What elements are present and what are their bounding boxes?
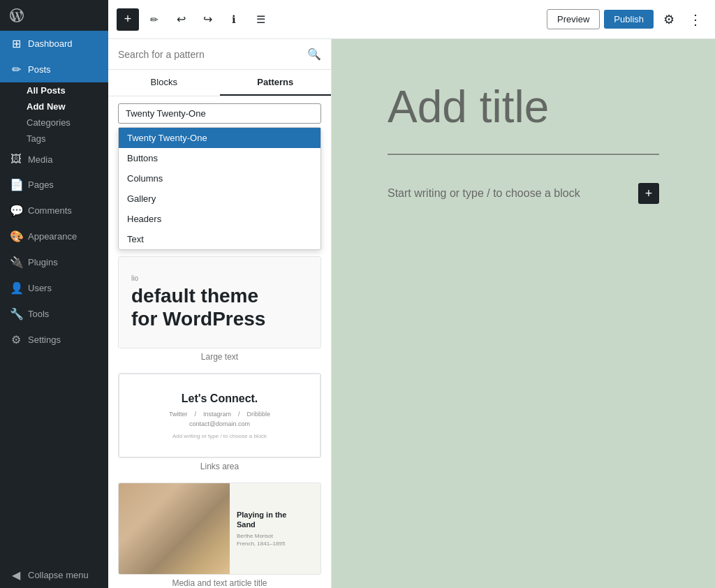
media-text: Playing in theSand Berthe MorisotFrench,… [230,483,320,574]
media-icon: 🖼 [10,153,22,166]
media-title: Playing in theSand [237,510,314,530]
tools-icon: 🔧 [10,307,22,321]
pattern-thumbnail-links[interactable]: Let's Connect. Twitter / Instagram / Dri… [118,373,321,458]
sidebar-item-label: Plugins [28,257,58,267]
sidebar-item-label: Comments [28,205,72,216]
main-area: + ✏ ↩ ↪ ℹ ☰ Preview Publish ⚙ ⋮ 🔍 Blocks… [108,0,715,588]
publish-button[interactable]: Publish [604,10,654,29]
pattern-list: lio default themefor WordPress Large tex… [108,256,331,588]
undo-button[interactable]: ↩ [170,8,192,31]
wordpress-logo[interactable] [0,0,108,31]
list-item: lio default themefor WordPress Large tex… [118,256,321,362]
pattern-thumbnail-large-text[interactable]: lio default themefor WordPress [118,256,321,348]
settings-icon: ⚙ [10,333,22,346]
pattern-category-dropdown[interactable]: Twenty Twenty-One Buttons Columns Galler… [118,103,321,124]
redo-button[interactable]: ↪ [196,8,219,31]
sidebar-collapse[interactable]: ◀ Collapse menu [0,562,108,588]
toolbar: + ✏ ↩ ↪ ℹ ☰ Preview Publish ⚙ ⋮ [108,0,715,39]
links-title: Let's Connect. [182,392,258,405]
large-text-preview: lio default themefor WordPress [119,257,320,348]
pattern-label: Large text [118,352,321,362]
sidebar-item-dashboard[interactable]: ⊞ Dashboard [0,31,108,57]
sidebar-item-media[interactable]: 🖼 Media [0,147,108,172]
appearance-icon: 🎨 [10,230,22,243]
content-area: 🔍 Blocks Patterns Twenty Twenty-One Butt… [108,39,715,588]
search-input[interactable] [118,49,302,60]
collapse-label: Collapse menu [28,570,89,580]
pen-button[interactable]: ✏ [143,8,165,31]
comments-icon: 💬 [10,204,22,217]
links-preview: Let's Connect. Twitter / Instagram / Dri… [119,374,320,457]
pattern-label: Media and text article title [118,578,321,588]
editor-title[interactable]: Add title [388,81,659,133]
list-view-button[interactable]: ☰ [249,8,272,31]
sidebar-item-label: Dashboard [28,38,73,49]
collapse-icon: ◀ [10,568,22,582]
sidebar-item-tools[interactable]: 🔧 Tools [0,301,108,327]
sidebar-item-label: Media [28,154,52,165]
list-item: Let's Connect. Twitter / Instagram / Dri… [118,373,321,471]
large-text-main: default themefor WordPress [131,285,265,330]
tab-patterns[interactable]: Patterns [220,70,332,96]
editor-content: Add title Start writing or type / to cho… [332,39,715,588]
sidebar-item-label: Settings [28,335,61,345]
sidebar: ⊞ Dashboard ✏ Posts All Posts Add New Ca… [0,0,108,588]
large-text-sub: lio [131,274,138,282]
editor-divider [388,154,659,155]
links-footer: Add writing or type / to choose a block [172,433,267,439]
pattern-thumbnail-media[interactable]: Playing in theSand Berthe MorisotFrench,… [118,483,321,575]
links-row: Twitter / Instagram / Dribbble [169,411,270,418]
sidebar-item-users[interactable]: 👤 Users [0,275,108,301]
sidebar-item-settings[interactable]: ⚙ Settings [0,327,108,353]
editor-area: Add title Start writing or type / to cho… [332,39,715,588]
media-image [119,483,230,574]
pattern-label: Links area [118,462,321,471]
dropdown-overlay: Twenty Twenty-One Buttons Columns Galler… [118,127,321,250]
editor-placeholder: Start writing or type / to choose a bloc… [388,183,659,204]
pattern-category-dropdown-container: Twenty Twenty-One Buttons Columns Galler… [108,96,331,131]
sidebar-item-posts[interactable]: ✏ Posts [0,57,108,82]
dropdown-item-gallery[interactable]: Gallery [119,189,320,209]
sidebar-sub-all-posts[interactable]: All Posts [0,82,108,98]
more-options-button[interactable]: ⋮ [684,8,707,31]
users-icon: 👤 [10,281,22,295]
sidebar-item-label: Pages [28,179,54,190]
sidebar-sub-tags[interactable]: Tags [0,131,108,147]
panel: 🔍 Blocks Patterns Twenty Twenty-One Butt… [108,39,332,588]
sidebar-item-comments[interactable]: 💬 Comments [0,198,108,223]
dropdown-item-buttons[interactable]: Buttons [119,148,320,168]
sidebar-sub-categories[interactable]: Categories [0,115,108,131]
info-button[interactable]: ℹ [223,8,245,31]
sidebar-item-plugins[interactable]: 🔌 Plugins [0,249,108,275]
pages-icon: 📄 [10,178,22,191]
dropdown-item-headers[interactable]: Headers [119,209,320,229]
sidebar-item-pages[interactable]: 📄 Pages [0,172,108,198]
dashboard-icon: ⊞ [10,37,22,50]
media-preview: Playing in theSand Berthe MorisotFrench,… [119,483,320,574]
editor-add-block-button[interactable]: + [638,183,659,204]
wp-icon [10,8,24,22]
posts-icon: ✏ [10,63,22,76]
list-item: Playing in theSand Berthe MorisotFrench,… [118,483,321,588]
search-icon: 🔍 [307,47,321,61]
dropdown-item-columns[interactable]: Columns [119,168,320,189]
sidebar-item-label: Tools [28,309,49,319]
dropdown-item-twenty-twenty-one[interactable]: Twenty Twenty-One [119,128,320,148]
panel-search: 🔍 [108,39,331,70]
plugins-icon: 🔌 [10,256,22,269]
preview-button[interactable]: Preview [547,9,600,29]
sidebar-item-appearance[interactable]: 🎨 Appearance [0,223,108,249]
sidebar-item-label: Users [28,283,52,293]
links-email: contact@domain.com [189,420,250,427]
settings-gear-button[interactable]: ⚙ [658,8,680,31]
dropdown-item-text[interactable]: Text [119,229,320,249]
tab-blocks[interactable]: Blocks [108,70,220,96]
media-artist: Berthe MorisotFrench, 1841–1895 [237,532,314,547]
sidebar-sub-add-new[interactable]: Add New [0,98,108,115]
sidebar-item-label: Appearance [28,231,77,242]
sidebar-item-label: Posts [28,64,51,75]
panel-tabs: Blocks Patterns [108,70,331,96]
add-block-button[interactable]: + [117,8,139,31]
editor-placeholder-text[interactable]: Start writing or type / to choose a bloc… [388,187,580,200]
